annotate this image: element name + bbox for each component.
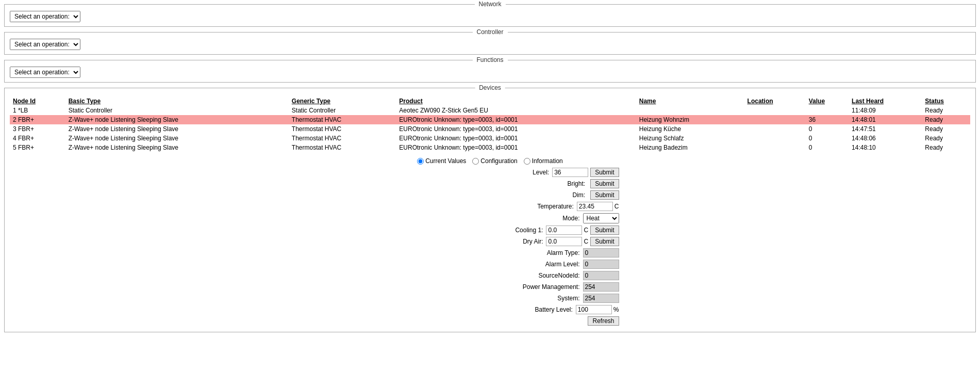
dim-label: Dim: <box>523 191 585 199</box>
controller-section: Controller Select an operation: <box>4 32 976 55</box>
cell-generic_type: Static Controller <box>289 106 396 115</box>
cell-name: Heizung Wohnzim <box>636 115 744 124</box>
cell-node_id: 5 FBR+ <box>10 143 65 152</box>
temperature-label: Temperature: <box>512 203 574 210</box>
radio-information-text: Information <box>532 157 563 165</box>
bright-submit-button[interactable]: Submit <box>590 179 619 188</box>
cooling1-submit-button[interactable]: Submit <box>590 226 619 235</box>
temperature-row: Temperature: C <box>361 202 619 211</box>
cell-product: EUROtronic Unknown: type=0003, id=0001 <box>396 124 636 134</box>
level-label: Level: <box>487 169 549 176</box>
cooling1-unit: C <box>584 227 588 234</box>
table-row[interactable]: 4 FBR+Z-Wave+ node Listening Sleeping Sl… <box>10 134 970 143</box>
cell-location <box>744 115 806 124</box>
cell-value <box>806 106 849 115</box>
col-value: Value <box>806 96 849 106</box>
functions-section: Functions Select an operation: <box>4 60 976 83</box>
devices-section: Devices Node Id Basic Type Generic Type … <box>4 88 976 332</box>
refresh-button[interactable]: Refresh <box>588 316 619 326</box>
level-submit-button[interactable]: Submit <box>590 168 619 177</box>
sourcenodeid-row: SourceNodeId: <box>361 271 619 280</box>
cooling1-label: Cooling 1: <box>481 227 543 234</box>
cell-value: 0 <box>806 134 849 143</box>
cell-basic_type: Z-Wave+ node Listening Sleeping Slave <box>65 124 289 134</box>
table-row[interactable]: 3 FBR+Z-Wave+ node Listening Sleeping Sl… <box>10 124 970 134</box>
dryair-row: Dry Air: C Submit <box>361 237 619 246</box>
system-label: System: <box>518 295 580 302</box>
alarmlevel-input <box>583 260 619 269</box>
controller-operation-select[interactable]: Select an operation: <box>10 39 80 50</box>
radio-information-label[interactable]: Information <box>524 157 563 165</box>
radio-information[interactable] <box>524 158 530 165</box>
radio-current-values[interactable] <box>417 158 424 165</box>
detail-panel: Current Values Configuration Information… <box>10 157 970 328</box>
network-legend: Network <box>474 1 505 8</box>
cell-status: Ready <box>922 106 970 115</box>
cell-product: EUROtronic Unknown: type=0003, id=0001 <box>396 134 636 143</box>
cell-last_heard: 14:48:01 <box>849 115 922 124</box>
dryair-submit-button[interactable]: Submit <box>590 237 619 246</box>
powermgmt-row: Power Management: <box>361 282 619 292</box>
mode-select[interactable]: HeatCoolAutoOff <box>583 213 619 223</box>
radio-configuration-text: Configuration <box>480 157 517 165</box>
table-row[interactable]: 2 FBR+Z-Wave+ node Listening Sleeping Sl… <box>10 115 970 124</box>
table-row[interactable]: 5 FBR+Z-Wave+ node Listening Sleeping Sl… <box>10 143 970 152</box>
cell-location <box>744 124 806 134</box>
cell-value: 36 <box>806 115 849 124</box>
cell-status: Ready <box>922 134 970 143</box>
mode-label: Mode: <box>518 215 580 222</box>
cell-last_heard: 14:48:10 <box>849 143 922 152</box>
cell-name: Heizung Badezim <box>636 143 744 152</box>
controller-legend: Controller <box>472 28 507 36</box>
network-section: Network Select an operation: <box>4 4 976 27</box>
cell-basic_type: Z-Wave+ node Listening Sleeping Slave <box>65 143 289 152</box>
sourcenodeid-label: SourceNodeId: <box>518 272 580 279</box>
network-operation-select[interactable]: Select an operation: <box>10 11 80 22</box>
cell-node_id: 3 FBR+ <box>10 124 65 134</box>
cell-product: EUROtronic Unknown: type=0003, id=0001 <box>396 143 636 152</box>
dryair-unit: C <box>584 238 588 245</box>
cell-node_id: 2 FBR+ <box>10 115 65 124</box>
temperature-input[interactable] <box>577 202 613 211</box>
cell-last_heard: 14:48:06 <box>849 134 922 143</box>
alarmtype-label: Alarm Type: <box>518 249 580 256</box>
cell-product: Aeotec ZW090 Z-Stick Gen5 EU <box>396 106 636 115</box>
level-input[interactable] <box>552 168 588 177</box>
cooling1-row: Cooling 1: C Submit <box>361 226 619 235</box>
cell-last_heard: 11:48:09 <box>849 106 922 115</box>
col-location: Location <box>744 96 806 106</box>
cell-generic_type: Thermostat HVAC <box>289 115 396 124</box>
col-last-heard: Last Heard <box>849 96 922 106</box>
cell-location <box>744 106 806 115</box>
cell-generic_type: Thermostat HVAC <box>289 134 396 143</box>
batterylevel-input[interactable] <box>576 305 612 314</box>
dryair-input[interactable] <box>546 237 582 246</box>
table-row[interactable]: 1 *LBStatic ControllerStatic ControllerA… <box>10 106 970 115</box>
cell-name: Heizung Küche <box>636 124 744 134</box>
radio-configuration[interactable] <box>472 158 479 165</box>
radio-current-label[interactable]: Current Values <box>417 157 466 165</box>
cell-status: Ready <box>922 143 970 152</box>
bright-row: Bright: Submit <box>361 179 619 188</box>
powermgmt-label: Power Management: <box>518 283 580 291</box>
sourcenodeid-input <box>583 271 619 280</box>
cell-basic_type: Z-Wave+ node Listening Sleeping Slave <box>65 115 289 124</box>
col-status: Status <box>922 96 970 106</box>
devices-legend: Devices <box>475 84 505 91</box>
cell-node_id: 1 *LB <box>10 106 65 115</box>
dim-submit-button[interactable]: Submit <box>590 190 619 200</box>
cell-product: EUROtronic Unknown: type=0003, id=0001 <box>396 115 636 124</box>
detail-radio-row: Current Values Configuration Information <box>417 157 563 165</box>
col-generic-type: Generic Type <box>289 96 396 106</box>
batterylevel-row: Battery Level: % <box>361 305 619 314</box>
radio-configuration-label[interactable]: Configuration <box>472 157 517 165</box>
functions-operation-select[interactable]: Select an operation: <box>10 67 80 78</box>
cell-name <box>636 106 744 115</box>
dim-row: Dim: Submit <box>361 190 619 200</box>
functions-legend: Functions <box>472 56 507 63</box>
col-product: Product <box>396 96 636 106</box>
cooling1-input[interactable] <box>546 226 582 235</box>
refresh-row: Refresh <box>361 316 619 326</box>
cell-value: 0 <box>806 124 849 134</box>
cell-generic_type: Thermostat HVAC <box>289 143 396 152</box>
